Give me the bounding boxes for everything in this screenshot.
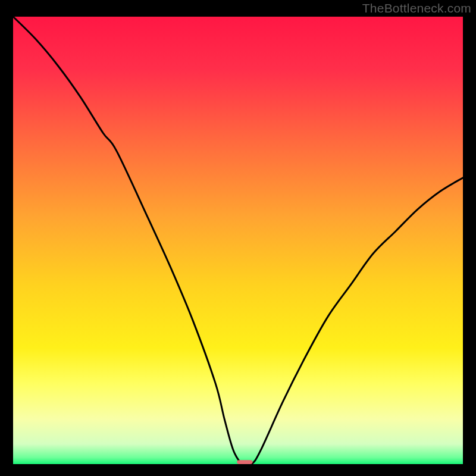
- chart-svg: [13, 17, 463, 464]
- chart-frame: TheBottleneck.com: [0, 0, 476, 476]
- gradient-background: [13, 17, 463, 464]
- watermark-text: TheBottleneck.com: [362, 1, 471, 15]
- optimal-marker: [237, 460, 252, 464]
- plot-area: [13, 17, 463, 464]
